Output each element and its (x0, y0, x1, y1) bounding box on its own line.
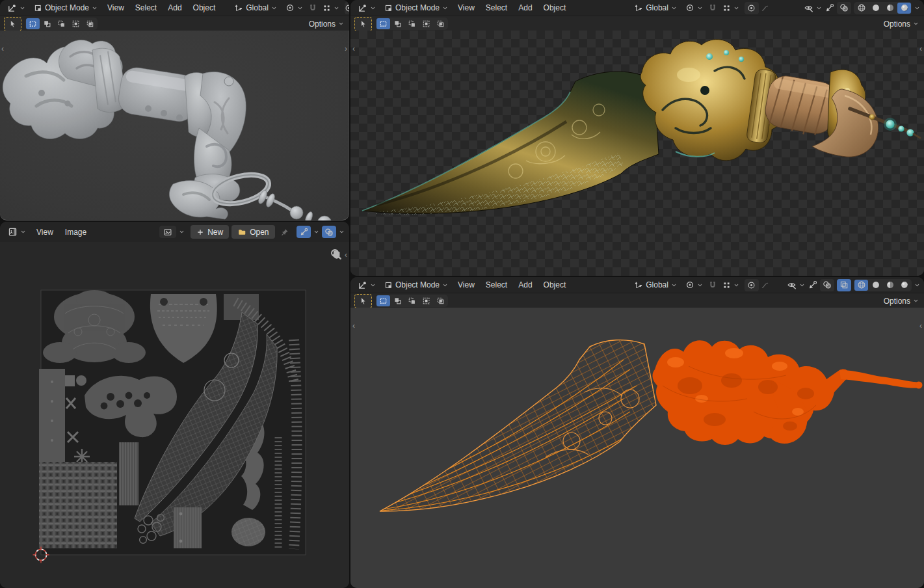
select-box-invert-button[interactable] (419, 18, 433, 29)
gizmos-toggle-button[interactable] (297, 226, 311, 238)
visibility-eye-icon[interactable] (804, 3, 813, 13)
snap-dropdown[interactable] (719, 280, 743, 290)
orientation-dropdown[interactable]: Global (631, 3, 680, 13)
gizmo-arrow-icon[interactable] (825, 3, 834, 13)
gizmo-arrow-icon[interactable] (808, 280, 817, 290)
magnet-icon[interactable] (708, 3, 717, 12)
viewport-canvas-wireframe[interactable]: ‹ ‹ (350, 308, 924, 588)
options-dropdown[interactable]: Options (884, 297, 920, 306)
menu-image[interactable]: Image (60, 227, 91, 237)
overlays-circles-icon[interactable] (820, 279, 834, 291)
select-box-extend-button[interactable] (40, 18, 54, 29)
menu-add[interactable]: Add (514, 3, 536, 13)
select-mode-group (25, 18, 98, 30)
menu-select[interactable]: Select (481, 280, 512, 290)
snap-dropdown[interactable] (719, 3, 743, 13)
new-image-button[interactable]: New (191, 225, 229, 239)
region-toggle-icon[interactable]: ‹ (352, 45, 355, 53)
menu-add[interactable]: Add (163, 3, 186, 13)
shading-rendered-button[interactable] (897, 280, 911, 291)
select-box-new-button[interactable] (376, 18, 390, 29)
pivot-dropdown[interactable] (682, 280, 706, 290)
pivot-point-icon (685, 3, 694, 12)
select-box-extend-button[interactable] (391, 295, 404, 306)
select-box-invert-button[interactable] (69, 18, 83, 29)
active-tool-select-button[interactable] (354, 294, 372, 308)
menu-view[interactable]: View (32, 227, 58, 237)
magnet-icon[interactable] (308, 3, 317, 12)
editor-type-button[interactable] (354, 280, 379, 291)
menu-select[interactable]: Select (131, 3, 161, 13)
toggle-xray-button[interactable] (837, 279, 851, 291)
menu-object[interactable]: Object (539, 280, 571, 290)
select-box-intersect-button[interactable] (434, 18, 447, 29)
select-box-new-button[interactable] (376, 295, 390, 306)
pin-icon[interactable] (280, 228, 289, 237)
select-box-subtract-button[interactable] (405, 295, 419, 306)
select-box-invert-button[interactable] (419, 295, 433, 306)
options-dropdown[interactable]: Options (309, 20, 345, 29)
region-toggle-icon[interactable]: ‹ (352, 322, 355, 330)
proportional-editing-icon[interactable] (345, 2, 349, 14)
open-image-button[interactable]: Open (231, 225, 274, 239)
mode-dropdown[interactable]: Object Mode (381, 280, 451, 290)
select-box-subtract-button[interactable] (405, 18, 419, 29)
wireframe-icon (857, 3, 866, 12)
select-box-intersect-button[interactable] (83, 18, 97, 29)
solid-icon (871, 280, 880, 289)
menu-select[interactable]: Select (481, 3, 512, 13)
region-toggle-icon[interactable]: › (345, 45, 347, 53)
menu-object[interactable]: Object (189, 3, 220, 13)
editor-type-button[interactable] (4, 3, 29, 14)
options-dropdown[interactable]: Options (884, 20, 920, 29)
active-tool-select-button[interactable] (354, 17, 372, 31)
falloff-curve-icon[interactable] (761, 281, 769, 289)
mode-dropdown[interactable]: Object Mode (31, 3, 101, 13)
shading-solid-button[interactable] (869, 280, 882, 291)
shading-rendered-button[interactable] (897, 3, 911, 14)
image-editor-icon (8, 227, 18, 237)
material-preview-icon (886, 280, 895, 289)
menu-view[interactable]: View (453, 280, 479, 290)
select-box-new-button[interactable] (26, 18, 40, 29)
select-box-subtract-button[interactable] (55, 18, 68, 29)
shading-solid-button[interactable] (869, 3, 882, 14)
viewport-canvas-textured[interactable]: ‹ ‹ (350, 31, 924, 276)
region-toggle-icon[interactable]: ‹ (919, 322, 922, 330)
editor-type-button[interactable] (354, 3, 379, 14)
menu-add[interactable]: Add (514, 280, 536, 290)
region-toggle-icon[interactable]: ‹ (919, 45, 922, 53)
orientation-label: Global (646, 280, 668, 289)
menu-view[interactable]: View (103, 3, 129, 13)
active-tool-select-button[interactable] (4, 17, 21, 31)
select-cursor-icon (359, 20, 367, 28)
shading-wireframe-button[interactable] (854, 280, 868, 291)
overlays-circles-icon[interactable] (837, 2, 851, 14)
uv-canvas[interactable]: ‹ (0, 242, 349, 588)
viewport-canvas-clay[interactable]: ‹ › (0, 31, 349, 220)
pivot-dropdown[interactable] (682, 3, 706, 13)
proportional-editing-icon[interactable] (745, 2, 759, 14)
snap-with-icon (722, 4, 731, 12)
pivot-dropdown[interactable] (282, 3, 306, 13)
mode-dropdown[interactable]: Object Mode (381, 3, 451, 13)
proportional-editing-icon[interactable] (745, 279, 759, 291)
region-toggle-icon[interactable]: ‹ (345, 251, 347, 259)
visibility-eye-icon[interactable] (787, 280, 797, 290)
orientation-dropdown[interactable]: Global (631, 280, 680, 290)
shading-material-button[interactable] (883, 3, 897, 14)
image-browse-button[interactable] (156, 225, 188, 239)
orientation-dropdown[interactable]: Global (231, 3, 280, 13)
select-box-extend-button[interactable] (391, 18, 404, 29)
region-toggle-icon[interactable]: ‹ (1, 45, 4, 53)
snap-dropdown[interactable] (319, 3, 343, 13)
shading-wireframe-button[interactable] (854, 3, 868, 14)
overlays-toggle-button[interactable] (322, 226, 336, 238)
shading-material-button[interactable] (883, 280, 897, 291)
editor-type-button[interactable] (5, 226, 29, 237)
menu-object[interactable]: Object (539, 3, 571, 13)
select-box-intersect-button[interactable] (434, 295, 447, 306)
menu-view[interactable]: View (453, 3, 479, 13)
magnet-icon[interactable] (708, 280, 717, 289)
falloff-curve-icon[interactable] (761, 4, 769, 12)
